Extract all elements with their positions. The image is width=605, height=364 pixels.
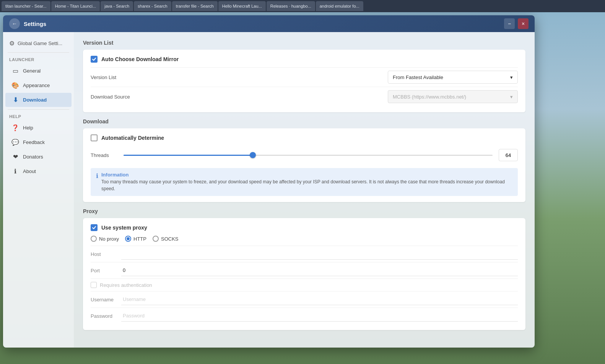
auto-choose-mirror-label: Auto Choose Download Mirror <box>101 56 179 62</box>
password-input[interactable] <box>121 310 518 322</box>
auto-choose-mirror-row: Auto Choose Download Mirror <box>91 56 518 63</box>
info-box: ℹ Information Too many threads may cause… <box>91 168 518 196</box>
global-settings-label: Global Game Setti... <box>18 40 62 46</box>
download-source-value: MCBBS (https://www.mcbbs.net/) <box>393 94 466 100</box>
sidebar-global-settings[interactable]: ⚙ Global Game Setti... <box>3 37 74 50</box>
auto-determine-row: Automatically Determine <box>91 134 518 141</box>
password-label: Password <box>91 313 121 319</box>
feedback-icon: 💬 <box>11 139 19 146</box>
general-label: General <box>23 68 41 74</box>
port-input[interactable] <box>121 265 518 276</box>
port-row: Port <box>91 262 518 278</box>
general-icon: ▭ <box>11 67 19 74</box>
sidebar-item-donators[interactable]: ❤ Donators <box>5 150 72 164</box>
threads-row: Threads 64 <box>91 146 518 164</box>
proxy-section-title: Proxy <box>83 208 525 214</box>
use-system-proxy-row: Use system proxy <box>91 224 518 231</box>
info-icon: ℹ <box>96 172 98 180</box>
info-content: Information Too many threads may cause y… <box>101 172 512 192</box>
download-source-label: Download Source <box>91 94 388 100</box>
browser-tab-1[interactable]: titan launcher - Sear... <box>2 1 50 11</box>
version-list-label: Version List <box>91 74 388 80</box>
browser-tab-7[interactable]: Releases · huangbo... <box>267 1 315 11</box>
download-card: Automatically Determine Threads 64 ℹ <box>83 128 525 202</box>
donators-label: Donators <box>23 154 43 160</box>
no-proxy-radio[interactable] <box>91 236 97 242</box>
about-icon: ℹ <box>11 168 19 175</box>
close-button[interactable]: × <box>518 18 529 29</box>
slider-fill <box>124 155 253 156</box>
host-row: Host <box>91 246 518 262</box>
proxy-http-option[interactable]: HTTP <box>125 236 146 242</box>
username-row: Username <box>91 291 518 307</box>
version-list-card: Auto Choose Download Mirror Version List… <box>83 50 525 112</box>
version-list-select[interactable]: From Fastest Available ▾ <box>388 71 518 84</box>
settings-window: ← Settings − × ⚙ Global Game Setti... La… <box>3 15 535 348</box>
use-system-proxy-checkbox[interactable] <box>91 224 98 231</box>
content-area: Version List Auto Choose Download Mirror… <box>74 32 535 348</box>
auto-choose-mirror-checkbox[interactable] <box>91 56 98 63</box>
http-label: HTTP <box>133 236 146 242</box>
back-button[interactable]: ← <box>9 18 20 29</box>
proxy-card: Use system proxy No proxy HTTP <box>83 218 525 330</box>
no-proxy-label: No proxy <box>99 236 119 242</box>
sidebar-item-help[interactable]: ❓ Help <box>5 121 72 135</box>
requires-auth-checkbox[interactable] <box>91 282 97 288</box>
minimize-button[interactable]: − <box>504 18 515 29</box>
appearance-label: Appearance <box>23 83 50 88</box>
sidebar-item-appearance[interactable]: 🎨 Appearance <box>5 78 72 92</box>
auto-determine-checkbox[interactable] <box>91 134 98 141</box>
version-list-chevron-icon: ▾ <box>510 74 513 80</box>
sidebar-divider-2 <box>8 109 69 110</box>
sidebar-divider-1 <box>8 52 69 53</box>
requires-auth-row: Requires authentication <box>91 278 518 291</box>
about-label: About <box>23 168 36 174</box>
version-list-section-title: Version List <box>83 40 525 46</box>
info-text: Too many threads may cause your system t… <box>101 178 512 192</box>
host-label: Host <box>91 251 121 257</box>
sidebar-item-about[interactable]: ℹ About <box>5 164 72 178</box>
sidebar-item-general[interactable]: ▭ General <box>5 64 72 78</box>
help-icon: ❓ <box>11 124 19 131</box>
help-label: Help <box>23 125 33 131</box>
sidebar-item-download[interactable]: ⬇ Download <box>5 93 72 107</box>
global-settings-icon: ⚙ <box>9 40 15 47</box>
username-input[interactable] <box>121 294 518 305</box>
threads-slider[interactable] <box>124 151 493 159</box>
browser-tab-4[interactable]: sharex - Search <box>134 1 171 11</box>
password-row: Password <box>91 307 518 324</box>
threads-value: 64 <box>499 149 518 161</box>
version-list-row: Version List From Fastest Available ▾ <box>91 67 518 87</box>
host-input[interactable] <box>121 248 518 260</box>
proxy-type-row: No proxy HTTP SOCKS <box>91 236 518 242</box>
browser-tabs-bar: titan launcher - Sear... Home - Titan La… <box>0 0 605 12</box>
http-radio[interactable] <box>125 236 131 242</box>
donators-icon: ❤ <box>11 153 19 160</box>
browser-tab-5[interactable]: transfer file - Search <box>172 1 218 11</box>
slider-thumb[interactable] <box>250 152 256 158</box>
requires-auth-label: Requires authentication <box>100 282 152 288</box>
http-radio-dot <box>127 237 130 240</box>
launcher-section-label: Launcher <box>3 55 74 63</box>
threads-label: Threads <box>91 152 117 158</box>
main-layout: ⚙ Global Game Setti... Launcher ▭ Genera… <box>3 32 535 348</box>
feedback-label: Feedback <box>23 139 45 145</box>
window-title: Settings <box>24 21 46 27</box>
appearance-icon: 🎨 <box>11 82 19 89</box>
help-section-label: Help <box>3 112 74 120</box>
version-list-value: From Fastest Available <box>393 74 443 80</box>
browser-tab-8[interactable]: android emulator fo... <box>316 1 363 11</box>
socks-radio[interactable] <box>153 236 159 242</box>
download-source-chevron-icon: ▾ <box>510 94 513 100</box>
title-bar: ← Settings − × <box>3 15 535 32</box>
sidebar-item-feedback[interactable]: 💬 Feedback <box>5 135 72 149</box>
browser-tab-3[interactable]: java - Search <box>101 1 133 11</box>
proxy-socks-option[interactable]: SOCKS <box>153 236 179 242</box>
port-label: Port <box>91 268 121 273</box>
browser-tab-6[interactable]: Hello Minecraft Lau... <box>218 1 266 11</box>
download-label: Download <box>23 97 47 103</box>
download-source-select[interactable]: MCBBS (https://www.mcbbs.net/) ▾ <box>388 90 518 103</box>
window-controls: − × <box>504 18 529 29</box>
browser-tab-2[interactable]: Home - Titan Launci... <box>51 1 100 11</box>
proxy-no-proxy-option[interactable]: No proxy <box>91 236 119 242</box>
